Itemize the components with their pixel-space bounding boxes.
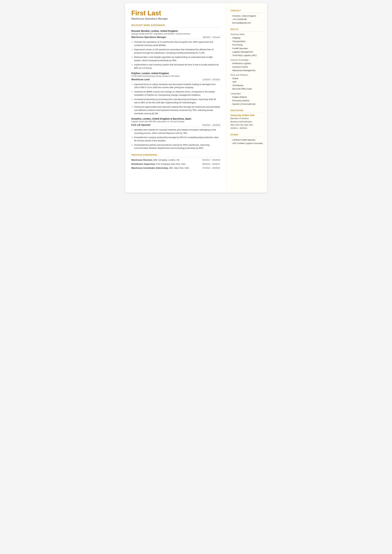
job-1-bullet-2: Supervised a team of 125 warehouse assoc… xyxy=(134,48,220,55)
skills-title: SKILLS xyxy=(231,28,263,32)
other-list: Certified Forklift Operator. SAP Certifi… xyxy=(231,138,263,145)
candidate-name: First Last xyxy=(131,9,220,17)
job-1-company: Resume Worded, London, United Kingdom xyxy=(131,30,220,32)
skill-ms-office: Microsoft Office Suite xyxy=(231,87,263,91)
job-2-company-name: Polyhire, xyxy=(131,72,141,75)
prev-job-3-date: 07/2014 – 05/2015 xyxy=(202,167,220,170)
skill-transportation: Transportation xyxy=(231,40,263,43)
prev-job-3: Warehouse Coordinator (Internship), ABC,… xyxy=(131,167,220,170)
resume-container: First Last Warehouse Operations Manager … xyxy=(125,3,267,193)
job-2-role: Warehouse Lead xyxy=(131,78,150,81)
job-3-company: Growthsi, London, United Kingdom & Barce… xyxy=(131,118,220,120)
right-column: CONTACT Cheshire, United Kingdom +44 123… xyxy=(226,3,267,193)
job-3-company-rest: London, United Kingdom & Barcelona, Spai… xyxy=(142,118,191,120)
job-2-bullets: Improved focus on safety standards and d… xyxy=(131,83,220,115)
contact-location: Cheshire, United Kingdom xyxy=(231,14,263,18)
prev-job-2-date: 06/2016 – 05/2017 xyxy=(202,162,220,166)
job-1-company-name: Resume Worded, xyxy=(131,30,150,32)
job-3-tagline: Logistic SaaS with 950,000 subscribers i… xyxy=(131,120,220,123)
job-1-bullet-4: Implemented a new inventory system that … xyxy=(134,63,220,70)
languages-label: Languages: xyxy=(231,92,263,95)
tools-label: Tools and Software: xyxy=(231,74,263,76)
job-3-date: 06/2018 – 10/2019 xyxy=(202,124,220,126)
skill-jd-edwards: JD Edwards xyxy=(231,84,263,87)
candidate-title: Warehouse Operations Manager xyxy=(131,17,220,20)
skill-forklift: Forklift Operation xyxy=(231,47,263,50)
lang-spanish: Spanish (Conversational) xyxy=(231,102,263,106)
tools-list: Oracle SAP JD Edwards Microsoft Office S… xyxy=(231,77,263,91)
job-3-role: Fork Lift Operator xyxy=(131,124,151,126)
education-title: EDUCATION xyxy=(231,109,263,113)
other-title: OTHER xyxy=(231,133,263,137)
skill-oracle: Oracle xyxy=(231,77,263,80)
job-2-bullet-3: Increased productivity by promoting lean… xyxy=(134,98,220,104)
skill-purchasing: Purchasing xyxy=(231,43,263,47)
technical-skills-label: Technical Skills: xyxy=(231,33,263,35)
other-item-1: Certified Forklift Operator. xyxy=(231,138,263,142)
job-3-bullet-2: Exceeded the company productivity averag… xyxy=(134,136,220,142)
job-2-company: Polyhire, London, United Kingdom xyxy=(131,72,220,75)
prev-job-1-date: 06/2017 – 05/2018 xyxy=(202,158,220,161)
prev-job-3-rest: ABC, New York, USA xyxy=(168,167,189,169)
skill-distribution: Distribution Logistics xyxy=(231,62,263,65)
contact-list: Cheshire, United Kingdom +44 123456789 f… xyxy=(231,14,263,25)
job-3-company-name: Growthsi, xyxy=(131,118,142,120)
languages-list: English (Native) Romanian (Native) Spani… xyxy=(231,95,263,106)
industry-skills-list: Distribution Logistics Inventory Control… xyxy=(231,62,263,72)
contact-section: CONTACT Cheshire, United Kingdom +44 123… xyxy=(231,9,263,25)
job-3-bullets: Identified new markets for recycled mate… xyxy=(131,128,220,150)
job-2-tagline: NYSE-listed warehousing startup located … xyxy=(131,75,220,77)
prev-job-1: Warehouse Receiver, ABC Company, London,… xyxy=(131,158,220,161)
job-3-bullet-3: Overhauled the policies and procedures m… xyxy=(134,143,220,150)
job-2-date: 11/2019 – 07/2021 xyxy=(202,78,220,81)
job-1-bullet-3: Reduced labor costs despite opposition b… xyxy=(134,56,220,62)
skill-inventory: Inventory Control xyxy=(231,65,263,69)
lang-romanian: Romanian (Native) xyxy=(231,99,263,102)
contact-phone: +44 123456789 xyxy=(231,18,263,21)
contact-title: CONTACT xyxy=(231,9,263,13)
job-2-bullet-4: Introduced opportunities that improved m… xyxy=(134,105,220,115)
job-2-role-row: Warehouse Lead 11/2019 – 07/2021 xyxy=(131,78,220,82)
prev-job-2-title: Distribution Supervisor, xyxy=(131,163,155,165)
skill-warehouse: Warehouse Management xyxy=(231,69,263,72)
technical-skills-list: Shipping Transportation Purchasing Forkl… xyxy=(231,36,263,57)
job-1-role-row: Warehouse Operations Manager 08/2021 – P… xyxy=(131,36,220,39)
prev-job-3-title: Warehouse Coordinator (Internship), xyxy=(131,167,168,169)
job-1-date: 08/2021 – Present xyxy=(203,36,220,38)
edu-location: New York City, New York xyxy=(231,123,263,127)
prev-job-2-rest: XYZ Company, New York, USA xyxy=(155,163,186,165)
job-3: Growthsi, London, United Kingdom & Barce… xyxy=(131,118,220,150)
prev-job-1-title: Warehouse Receiver, xyxy=(131,159,153,161)
contact-email: first.last@gmail.com xyxy=(231,21,263,25)
job-1-company-rest: London, United Kingdom xyxy=(150,30,178,32)
job-1-bullets: Oversaw the operations of 12 warehouses … xyxy=(131,40,220,70)
relevant-work-section: RELEVANT WORK EXPERIENCE Resume Worded, … xyxy=(131,24,220,150)
job-2-company-rest: London, United Kingdom xyxy=(141,72,169,75)
prev-job-2: Distribution Supervisor, XYZ Company, Ne… xyxy=(131,162,220,166)
job-1-tagline: Storage facility with 50+ employees and … xyxy=(131,33,220,35)
skill-sap: SAP xyxy=(231,80,263,84)
edu-field: Business Administration xyxy=(231,120,263,124)
previous-experience-section: PREVIOUS EXPERIENCE Warehouse Receiver, … xyxy=(131,154,220,170)
skill-3pl: Third-Party Logistics (3PL) xyxy=(231,54,263,57)
edu-school: University of New York xyxy=(231,114,263,117)
prev-job-1-rest: ABC Company, London, UK xyxy=(153,159,180,161)
left-column: First Last Warehouse Operations Manager … xyxy=(125,3,226,193)
edu-degree: Bachelor of Science xyxy=(231,117,263,120)
lang-english: English (Native) xyxy=(231,95,263,99)
industry-knowledge-label: Industry Knowledge: xyxy=(231,59,263,61)
previous-experience-title: PREVIOUS EXPERIENCE xyxy=(131,154,220,157)
other-section: OTHER Certified Forklift Operator. SAP C… xyxy=(231,133,263,145)
skills-section: SKILLS Technical Skills: Shipping Transp… xyxy=(231,28,263,106)
skill-logistics: Logistics Management xyxy=(231,50,263,54)
other-item-2: SAP Certified Logistics Associate. xyxy=(231,142,263,145)
job-2: Polyhire, London, United Kingdom NYSE-li… xyxy=(131,72,220,115)
job-2-bullet-1: Improved focus on safety standards and d… xyxy=(134,83,220,89)
job-3-bullet-1: Identified new markets for recycled mate… xyxy=(134,128,220,135)
job-1-role: Warehouse Operations Manager xyxy=(131,36,166,38)
education-section: EDUCATION University of New York Bachelo… xyxy=(231,109,263,130)
relevant-work-title: RELEVANT WORK EXPERIENCE xyxy=(131,24,220,28)
skill-shipping: Shipping xyxy=(231,36,263,40)
job-1-bullet-1: Oversaw the operations of 12 warehouses … xyxy=(134,40,220,47)
job-3-role-row: Fork Lift Operator 06/2018 – 10/2019 xyxy=(131,124,220,127)
